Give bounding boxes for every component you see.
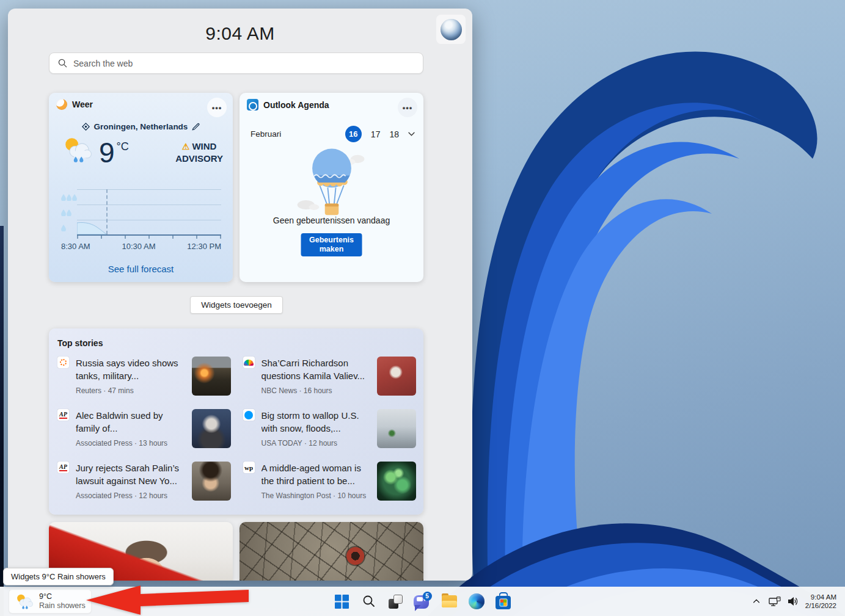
time-axis-ticks xyxy=(77,236,221,239)
search-input[interactable] xyxy=(73,59,423,68)
weather-advisory: ⚠WIND ADVISORY xyxy=(175,140,223,165)
nbc-news-logo-icon xyxy=(243,357,255,368)
news-article[interactable]: Sha’Carri Richardson questions Kamila Va… xyxy=(243,357,417,396)
ap-logo-icon: AP xyxy=(57,409,69,421)
weather-widget: Weer ••• Groningen, Netherlands xyxy=(49,93,233,282)
search-icon xyxy=(362,595,376,608)
ap-logo-icon: AP xyxy=(57,462,69,473)
precip-scale-icons xyxy=(61,189,76,236)
add-widgets-button[interactable]: Widgets toevoegen xyxy=(190,296,283,314)
wallpaper-dark-edge xyxy=(0,226,4,616)
temperature-value: 9 xyxy=(99,137,115,168)
taskbar-clock[interactable]: 9:04 AM 2/16/2022 xyxy=(803,593,841,610)
no-events-message: Geen gebeurtenissen vandaag xyxy=(240,216,423,225)
weather-app-icon xyxy=(56,99,67,110)
agenda-more-options-button[interactable]: ••• xyxy=(398,98,417,117)
warning-triangle-icon: ⚠ xyxy=(182,142,190,151)
folder-icon xyxy=(442,595,457,607)
ethernet-network-icon xyxy=(769,596,781,607)
clock-date: 2/16/2022 xyxy=(805,601,836,610)
network-status-button[interactable] xyxy=(766,592,783,611)
agenda-widget-title: Outlook Agenda xyxy=(263,100,329,110)
avatar xyxy=(441,19,462,40)
outlook-icon xyxy=(247,99,258,111)
start-button[interactable] xyxy=(330,589,354,614)
panel-clock: 9:04 AM xyxy=(8,23,472,44)
speaker-icon xyxy=(788,596,799,606)
windows-logo-icon xyxy=(335,595,349,609)
weather-location: Groningen, Netherlands xyxy=(94,122,188,131)
top-stories-title: Top stories xyxy=(57,338,103,348)
account-avatar-button[interactable] xyxy=(436,15,466,44)
washington-post-logo-icon: wp xyxy=(243,462,255,473)
taskbar-widgets-button[interactable]: 9°C Rain showers xyxy=(9,589,92,614)
news-article[interactable]: AP Jury rejects Sarah Palin’s lawsuit ag… xyxy=(57,462,231,501)
edge-browser-button[interactable] xyxy=(464,589,489,614)
date-cell[interactable]: 18 xyxy=(389,129,399,139)
tray-show-hidden-icons-button[interactable] xyxy=(748,592,765,611)
precip-area-series xyxy=(77,189,221,236)
chevron-down-icon[interactable] xyxy=(408,132,415,136)
sun-rain-cloud-icon xyxy=(62,137,93,162)
top-stories-widget: Top stories Russia says video shows tank… xyxy=(49,328,423,515)
chat-button[interactable]: 5 xyxy=(411,589,435,614)
taskbar-search-button[interactable] xyxy=(357,589,381,614)
temperature-unit: °C xyxy=(117,140,129,153)
widgets-panel: 9:04 AM Weer ••• Groningen, xyxy=(8,9,472,581)
desktop-screen: 9:04 AM Weer ••• Groningen, xyxy=(0,0,845,616)
task-view-icon xyxy=(389,595,403,609)
article-thumbnail xyxy=(192,462,231,501)
edit-location-icon[interactable] xyxy=(192,123,200,131)
time-axis-labels: 8:30 AM 10:30 AM 12:30 PM xyxy=(61,242,221,251)
date-cell[interactable]: 17 xyxy=(371,129,381,139)
file-explorer-button[interactable] xyxy=(437,589,462,614)
article-thumbnail xyxy=(377,409,416,448)
article-thumbnail xyxy=(377,357,416,396)
hot-air-balloon-illustration xyxy=(240,144,423,219)
see-full-forecast-link[interactable]: See full forecast xyxy=(49,264,233,274)
taskbar-condition: Rain showers xyxy=(39,601,86,611)
reuters-logo-icon xyxy=(57,357,69,368)
news-article[interactable]: wp A middle-aged woman is the third pati… xyxy=(243,462,417,501)
article-thumbnail xyxy=(192,409,231,448)
clock-time: 9:04 AM xyxy=(805,593,836,601)
news-article[interactable]: Russia says video shows tanks, military.… xyxy=(57,357,231,396)
date-cell-selected[interactable]: 16 xyxy=(345,126,362,142)
news-article[interactable]: Big storm to wallop U.S. with snow, floo… xyxy=(243,409,417,448)
volume-button[interactable] xyxy=(785,592,802,611)
create-event-button[interactable]: Gebeurtenis maken xyxy=(301,233,362,256)
edge-icon xyxy=(469,593,485,609)
weather-more-options-button[interactable]: ••• xyxy=(207,98,227,117)
chat-notification-badge: 5 xyxy=(423,592,432,601)
microsoft-store-button[interactable] xyxy=(491,589,516,614)
news-article[interactable]: AP Alec Baldwin sued by family of... Ass… xyxy=(57,409,231,448)
taskbar-temperature: 9°C xyxy=(39,592,86,601)
store-icon xyxy=(496,596,511,609)
sun-rain-cloud-icon xyxy=(15,593,34,609)
teams-chat-icon: 5 xyxy=(414,593,432,610)
location-icon xyxy=(82,123,90,131)
search-icon xyxy=(58,59,67,68)
weather-widget-title: Weer xyxy=(72,100,93,109)
task-view-button[interactable] xyxy=(384,589,408,614)
widgets-button-tooltip: Widgets 9°C Rain showers xyxy=(3,568,114,585)
current-time-marker xyxy=(106,189,108,234)
red-arrow-annotation xyxy=(84,584,251,615)
chevron-up-icon xyxy=(752,597,761,606)
article-thumbnail xyxy=(192,357,231,396)
precipitation-chart: 8:30 AM 10:30 AM 12:30 PM xyxy=(61,189,221,251)
news-photo-card[interactable] xyxy=(240,522,423,581)
agenda-month-label: Februari xyxy=(251,129,281,139)
usa-today-logo-icon xyxy=(243,409,255,421)
web-search-bar[interactable] xyxy=(49,53,423,74)
article-thumbnail xyxy=(377,462,416,501)
outlook-agenda-widget: Outlook Agenda ••• Februari 16 17 18 xyxy=(240,93,423,282)
